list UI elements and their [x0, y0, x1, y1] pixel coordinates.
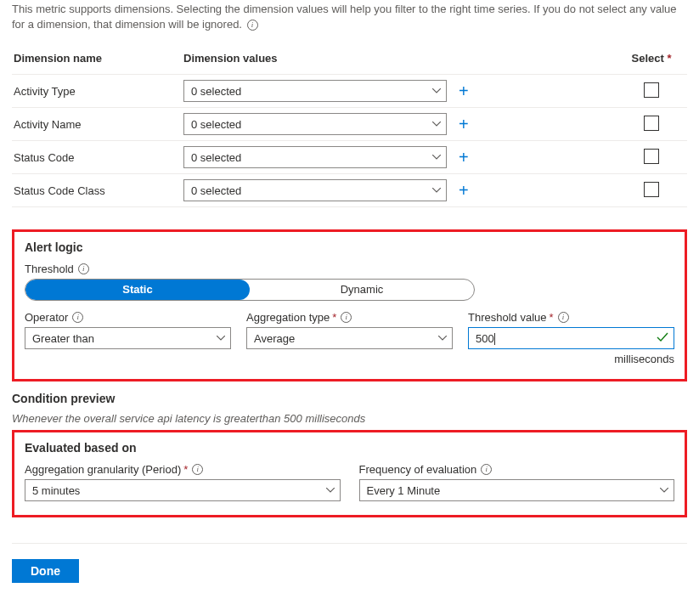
check-icon: [657, 332, 668, 345]
chevron-down-icon: [326, 488, 335, 493]
frequency-label: Frequency of evaluation i: [359, 463, 675, 476]
select-checkbox[interactable]: [644, 116, 659, 131]
chevron-down-icon: [432, 188, 441, 193]
dimension-values-select[interactable]: 0 selected: [183, 113, 447, 135]
add-dimension-value-button[interactable]: +: [447, 82, 498, 99]
col-select: Select *: [617, 52, 685, 65]
chevron-down-icon: [438, 336, 447, 341]
table-row: Status Code 0 selected +: [12, 141, 687, 174]
select-checkbox[interactable]: [644, 182, 659, 197]
add-dimension-value-button[interactable]: +: [447, 116, 498, 133]
threshold-label: Threshold i: [25, 263, 674, 275]
threshold-value-label: Threshold value * i: [468, 311, 674, 324]
operator-label: Operator i: [25, 311, 231, 324]
info-icon[interactable]: i: [192, 464, 203, 475]
info-icon[interactable]: i: [481, 464, 492, 475]
aggregation-type-label: Aggregation type * i: [246, 311, 453, 324]
dimension-name: Status Code Class: [14, 184, 183, 197]
dimension-values-select[interactable]: 0 selected: [183, 146, 447, 168]
frequency-select[interactable]: Every 1 Minute: [359, 479, 675, 501]
aggregation-granularity-select[interactable]: 5 minutes: [25, 479, 341, 501]
select-checkbox[interactable]: [644, 82, 659, 98]
aggregation-granularity-label: Aggregation granularity (Period) * i: [25, 463, 341, 476]
aggregation-type-select[interactable]: Average: [246, 327, 453, 349]
threshold-toggle-static[interactable]: Static: [25, 280, 250, 300]
dimensions-header: Dimension name Dimension values Select *: [12, 42, 687, 75]
dimension-name: Activity Name: [14, 118, 183, 131]
text-cursor: [494, 333, 495, 345]
dimension-values-select[interactable]: 0 selected: [183, 179, 447, 201]
chevron-down-icon: [432, 155, 441, 160]
alert-logic-section: Alert logic Threshold i Static Dynamic O…: [12, 229, 687, 381]
chevron-down-icon: [432, 122, 441, 127]
table-row: Activity Name 0 selected +: [12, 108, 687, 141]
evaluated-section: Evaluated based on Aggregation granulari…: [12, 430, 687, 517]
table-row: Activity Type 0 selected +: [12, 75, 687, 108]
threshold-toggle-dynamic[interactable]: Dynamic: [250, 280, 474, 300]
chevron-down-icon: [432, 88, 441, 93]
dimension-name: Activity Type: [14, 85, 183, 98]
add-dimension-value-button[interactable]: +: [447, 149, 498, 166]
evaluated-title: Evaluated based on: [25, 441, 674, 455]
add-dimension-value-button[interactable]: +: [447, 182, 498, 199]
threshold-value-input[interactable]: 500: [468, 327, 674, 349]
operator-select[interactable]: Greater than: [25, 327, 231, 349]
alert-logic-title: Alert logic: [25, 240, 674, 254]
separator: [12, 543, 687, 544]
threshold-toggle[interactable]: Static Dynamic: [25, 279, 475, 301]
dimension-name: Status Code: [14, 151, 183, 164]
dimensions-table: Dimension name Dimension values Select *…: [12, 42, 687, 207]
intro-text: This metric supports dimensions. Selecti…: [12, 0, 687, 32]
chevron-down-icon: [217, 336, 225, 341]
condition-preview-text: Whenever the overall service api latency…: [12, 412, 687, 425]
condition-preview-title: Condition preview: [12, 392, 687, 405]
info-icon[interactable]: i: [78, 263, 89, 274]
dimension-values-select[interactable]: 0 selected: [183, 80, 447, 102]
col-dimension-name: Dimension name: [14, 52, 183, 65]
info-icon[interactable]: i: [247, 20, 258, 31]
info-icon[interactable]: i: [341, 312, 352, 323]
chevron-down-icon: [660, 488, 668, 493]
info-icon[interactable]: i: [558, 312, 569, 323]
table-row: Status Code Class 0 selected +: [12, 174, 687, 207]
info-icon[interactable]: i: [72, 312, 83, 323]
threshold-unit: milliseconds: [468, 353, 674, 365]
col-dimension-values: Dimension values: [183, 52, 447, 65]
select-checkbox[interactable]: [644, 149, 659, 164]
done-button[interactable]: Done: [12, 559, 79, 583]
